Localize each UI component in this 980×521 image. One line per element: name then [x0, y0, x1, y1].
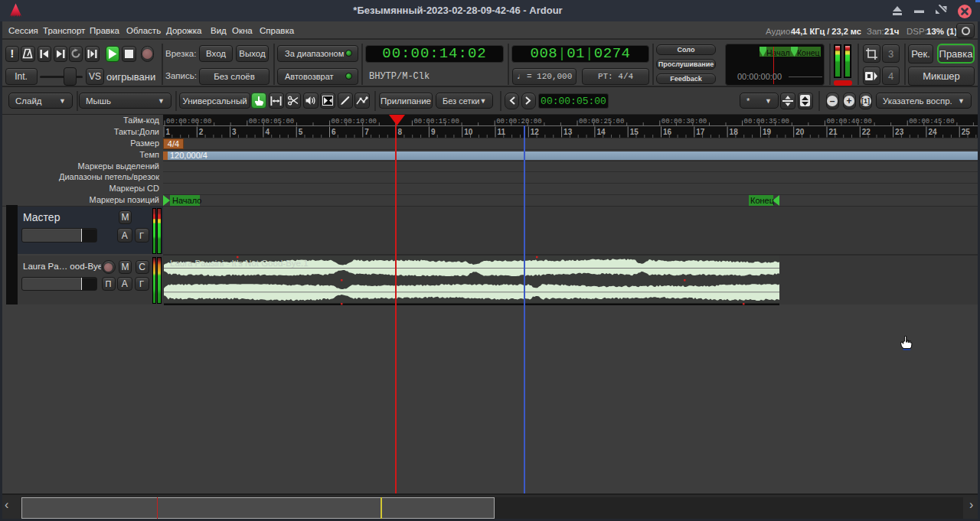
svg-text:25: 25 [962, 128, 971, 136]
svg-text:16: 16 [663, 128, 672, 136]
svg-text:00:00:00:00: 00:00:00:00 [166, 118, 211, 125]
svg-text:00:00:40:00: 00:00:40:00 [826, 118, 871, 125]
svg-text:00:00:10:00: 00:00:10:00 [332, 118, 377, 125]
svg-text:00:00:30:00: 00:00:30:00 [662, 118, 707, 125]
svg-text:00:00:05:00: 00:00:05:00 [249, 118, 294, 125]
svg-text:24: 24 [928, 128, 937, 136]
svg-text:21: 21 [829, 128, 838, 136]
svg-text:7: 7 [364, 128, 369, 136]
svg-text:22: 22 [862, 128, 871, 136]
svg-text:00:00:35:00: 00:00:35:00 [744, 118, 789, 125]
svg-text:9: 9 [431, 128, 436, 136]
svg-text:2: 2 [199, 128, 204, 136]
svg-text:3: 3 [232, 128, 237, 136]
svg-text:18: 18 [730, 128, 739, 136]
svg-text:14: 14 [596, 128, 606, 136]
svg-text:00:00:20:00: 00:00:20:00 [496, 118, 541, 125]
svg-text:19: 19 [763, 128, 772, 136]
svg-text:4: 4 [265, 128, 270, 136]
svg-text:6: 6 [332, 128, 336, 136]
svg-text:00:00:15:00: 00:00:15:00 [413, 118, 459, 125]
svg-text:00:00:25:00: 00:00:25:00 [579, 118, 624, 125]
svg-text:Конец: Конец [750, 196, 775, 205]
svg-text:12: 12 [531, 128, 540, 136]
svg-text:17: 17 [696, 128, 705, 136]
svg-text:8: 8 [398, 128, 403, 136]
svg-text:10: 10 [464, 128, 473, 136]
svg-text:15: 15 [630, 128, 639, 136]
svg-text:13: 13 [564, 128, 573, 136]
svg-text:Начало: Начало [172, 196, 201, 205]
svg-text:Laura Pausini - It's Not Good-: Laura Pausini - It's Not Good-Bye.1 [170, 259, 309, 268]
svg-text:23: 23 [895, 128, 904, 136]
svg-text:00:00:45:00: 00:00:45:00 [909, 118, 954, 125]
svg-text:5: 5 [299, 128, 303, 136]
svg-text:20: 20 [795, 128, 805, 136]
svg-text:1: 1 [166, 128, 171, 136]
svg-text:11: 11 [498, 128, 506, 136]
